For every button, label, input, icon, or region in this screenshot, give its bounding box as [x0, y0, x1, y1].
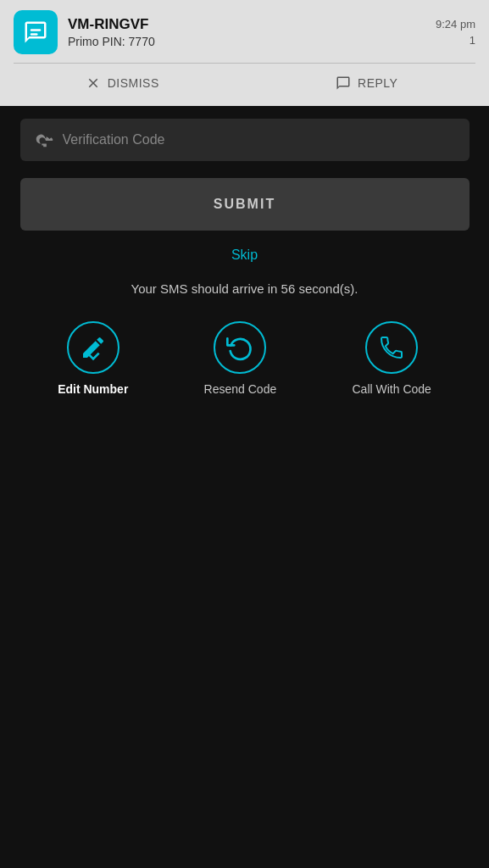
reply-label: REPLY: [358, 76, 397, 90]
notification-text-block: VM-RINGVF Primo PIN: 7770: [68, 16, 425, 48]
notification-app-icon: [14, 10, 58, 54]
reply-button[interactable]: REPLY: [245, 69, 490, 97]
key-icon: [36, 131, 54, 149]
call-with-code-circle: [365, 321, 418, 374]
edit-number-icon: [80, 334, 107, 361]
call-with-code-label: Call With Code: [352, 382, 431, 396]
actions-row: Edit Number Resend Code Call With Code: [20, 321, 470, 396]
notification-time: 9:24 pm: [436, 18, 475, 31]
svg-rect-0: [31, 29, 42, 31]
notification-meta: 9:24 pm 1: [436, 18, 475, 47]
skip-button[interactable]: Skip: [231, 248, 258, 263]
dismiss-label: DISMISS: [108, 76, 159, 90]
resend-code-action[interactable]: Resend Code: [204, 321, 277, 396]
call-with-code-action[interactable]: Call With Code: [352, 321, 431, 396]
reply-icon: [336, 75, 351, 91]
dismiss-icon: [86, 75, 101, 91]
svg-rect-1: [31, 33, 38, 36]
edit-number-circle: [67, 321, 119, 374]
dismiss-button[interactable]: DISMISS: [0, 69, 245, 97]
resend-code-icon: [226, 334, 253, 361]
notification-actions: DISMISS REPLY: [0, 64, 489, 106]
notification-title: VM-RINGVF: [68, 16, 425, 33]
chat-icon: [23, 19, 48, 45]
call-with-code-icon: [378, 334, 405, 361]
verification-input-container: [20, 119, 470, 161]
main-content: SUBMIT Skip Your SMS should arrive in 56…: [0, 110, 489, 868]
verification-code-input[interactable]: [63, 132, 454, 147]
resend-code-label: Resend Code: [204, 382, 277, 396]
edit-number-label: Edit Number: [58, 382, 128, 396]
resend-code-circle: [214, 321, 266, 374]
notification-banner: VM-RINGVF Primo PIN: 7770 9:24 pm 1 DISM…: [0, 0, 489, 106]
submit-button[interactable]: SUBMIT: [20, 178, 470, 231]
edit-number-action[interactable]: Edit Number: [58, 321, 128, 396]
sms-notice: Your SMS should arrive in 56 second(s).: [131, 281, 358, 296]
notification-subtitle: Primo PIN: 7770: [68, 35, 425, 48]
notification-count: 1: [470, 34, 475, 47]
